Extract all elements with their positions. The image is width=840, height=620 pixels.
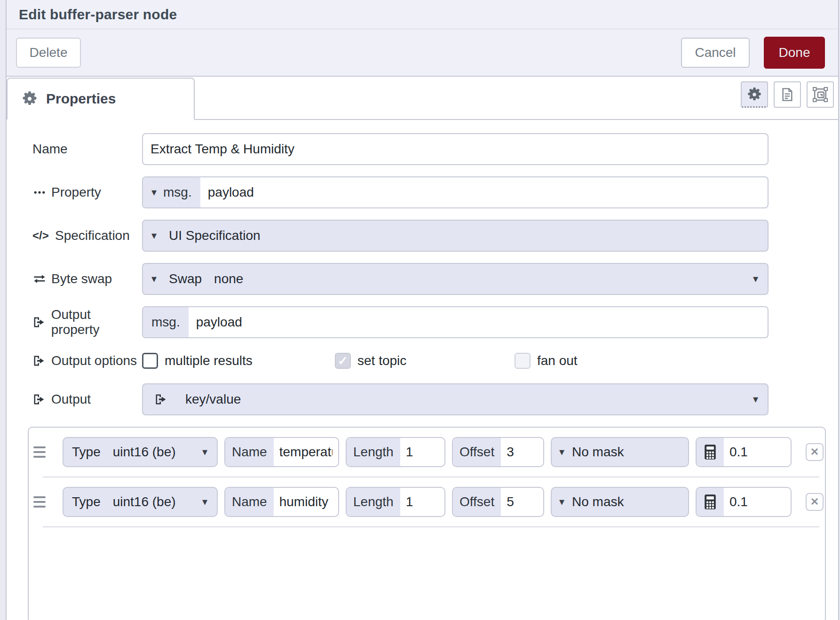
output-property-row: Output property msg.: [32, 306, 827, 338]
appearance-view-button[interactable]: [807, 81, 834, 108]
specification-row: </> Specification ▾ UI Specification: [32, 220, 827, 252]
sign-out-icon: [32, 354, 51, 367]
remove-item-button[interactable]: ✕: [806, 443, 824, 461]
sign-out-icon: [32, 316, 51, 329]
item-length-input[interactable]: [400, 438, 444, 466]
output-value: key/value: [185, 392, 241, 407]
cancel-button[interactable]: Cancel: [681, 38, 750, 68]
description-view-button[interactable]: [774, 81, 801, 108]
item-type-select[interactable]: Type uint16 (be) ▾: [63, 437, 218, 467]
item-name-input[interactable]: [274, 438, 338, 466]
item-length-field: Length: [346, 487, 445, 517]
chevron-down-icon: ▾: [151, 274, 157, 284]
tab-properties-label: Properties: [46, 91, 116, 107]
item-offset-field: Offset: [452, 437, 544, 467]
chevron-down-icon: ▾: [753, 394, 758, 405]
drag-handle-icon[interactable]: [33, 496, 50, 508]
code-icon: </>: [32, 229, 51, 242]
property-row: Property ▾ msg.: [32, 176, 827, 208]
properties-form: Name Property ▾ msg.: [7, 120, 838, 620]
delete-button[interactable]: Delete: [16, 38, 81, 68]
checkbox-multiple-results[interactable]: multiple results: [142, 353, 335, 369]
output-options-label: Output options: [32, 353, 142, 368]
checkbox-checked-icon: ✓: [335, 353, 351, 369]
remove-item-button[interactable]: ✕: [806, 493, 824, 511]
gear-icon: [22, 91, 38, 107]
output-select[interactable]: key/value ▾: [142, 383, 769, 415]
name-input[interactable]: [143, 134, 768, 164]
byte-swap-value: none: [214, 271, 243, 286]
gear-icon: [747, 87, 762, 102]
item-length-field: Length: [346, 437, 445, 467]
chevron-down-icon: ▾: [151, 231, 157, 241]
dialog-toolbar: Delete Cancel Done: [7, 29, 838, 77]
item-scale-input[interactable]: [724, 488, 791, 516]
chevron-down-icon: ▾: [559, 497, 564, 507]
calculator-icon: [697, 438, 724, 466]
output-property-label: Output property: [32, 307, 142, 337]
edit-node-dialog: Edit buffer-parser node Delete Cancel Do…: [6, 0, 839, 620]
item-type-select[interactable]: Type uint16 (be) ▾: [63, 487, 218, 517]
item-length-input[interactable]: [400, 488, 444, 516]
parser-item-row: Type uint16 (be) ▾ Name Length Offset: [29, 477, 825, 526]
byte-swap-label: Byte swap: [32, 271, 142, 286]
item-mask-value: No mask: [572, 445, 624, 460]
item-scale-field: [696, 437, 792, 467]
item-scale-field: [696, 487, 792, 517]
tab-properties[interactable]: Properties: [7, 78, 195, 120]
item-offset-input[interactable]: [501, 488, 543, 516]
item-type-value: uint16 (be): [113, 445, 176, 460]
scope-icon: [812, 87, 828, 103]
parser-item-row: Type uint16 (be) ▾ Name Length Offset: [29, 428, 825, 477]
output-property-type-label-wrap[interactable]: msg.: [143, 307, 189, 337]
close-icon: ✕: [810, 496, 819, 508]
ellipsis-icon: [32, 185, 51, 199]
checkbox-fan-out[interactable]: fan out: [515, 353, 578, 369]
properties-view-button[interactable]: [741, 81, 768, 108]
done-button[interactable]: Done: [764, 37, 825, 69]
checkbox-unchecked-icon: [515, 353, 531, 369]
sign-out-icon: [32, 393, 51, 406]
item-name-field: Name: [224, 487, 339, 517]
specification-label: </> Specification: [32, 228, 142, 243]
property-type-button[interactable]: ▾ msg.: [143, 177, 200, 207]
chevron-down-icon: ▾: [753, 274, 758, 284]
item-name-field: Name: [224, 437, 339, 467]
output-options-checks: multiple results ✓ set topic fan out: [142, 353, 769, 369]
chevron-down-icon: ▾: [202, 497, 207, 507]
close-icon: ✕: [810, 446, 819, 458]
dialog-header: Edit buffer-parser node: [7, 0, 838, 29]
tab-toolbar: [741, 81, 834, 108]
output-property-input[interactable]: [189, 307, 768, 337]
checkbox-unchecked-icon: [142, 353, 158, 369]
name-row: Name: [32, 133, 827, 165]
item-mask-select[interactable]: ▾ No mask: [551, 487, 689, 517]
exchange-icon: [32, 273, 51, 285]
item-offset-input[interactable]: [501, 438, 543, 466]
output-label: Output: [32, 392, 142, 407]
byte-swap-row: Byte swap ▾ Swap none ▾: [32, 263, 827, 295]
output-options-row: Output options multiple results ✓ set to…: [32, 350, 827, 372]
specification-value: UI Specification: [169, 228, 261, 243]
property-type-label: msg.: [163, 185, 192, 200]
name-field-wrap: [142, 133, 769, 165]
output-property-typed-input: msg.: [142, 306, 769, 338]
item-name-input[interactable]: [274, 488, 338, 516]
dialog-title: Edit buffer-parser node: [19, 7, 177, 23]
tab-bar: Properties: [7, 77, 838, 120]
sign-out-icon: [154, 393, 167, 406]
property-input[interactable]: [200, 177, 768, 207]
property-label: Property: [32, 185, 142, 200]
chevron-down-icon: ▾: [559, 447, 564, 457]
output-property-type-label: msg.: [151, 315, 180, 330]
byte-swap-select[interactable]: ▾ Swap none ▾: [142, 263, 769, 295]
item-mask-select[interactable]: ▾ No mask: [551, 437, 689, 467]
item-scale-input[interactable]: [724, 438, 791, 466]
drag-handle-icon[interactable]: [33, 446, 50, 458]
specification-select[interactable]: ▾ UI Specification: [142, 220, 769, 252]
checkbox-set-topic[interactable]: ✓ set topic: [335, 353, 515, 369]
output-row: Output key/value ▾: [32, 383, 827, 415]
item-type-value: uint16 (be): [113, 494, 176, 509]
byte-swap-prefix: Swap: [169, 271, 202, 286]
property-typed-input: ▾ msg.: [142, 176, 769, 208]
